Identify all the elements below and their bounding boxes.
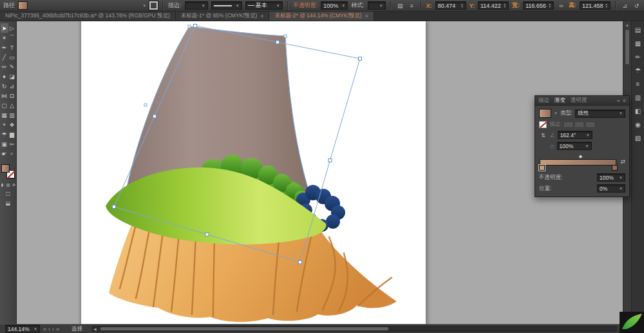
blob-brush-tool[interactable]: ● (1, 71, 8, 81)
artboard-tool[interactable]: ▣ (1, 139, 8, 149)
anchor-point[interactable] (188, 25, 191, 28)
stepper-icon[interactable]: ▲▼ (460, 3, 463, 8)
tab-transparency-panel[interactable]: 透明度 (571, 97, 587, 104)
draw-mode-icon[interactable]: ▢ (6, 191, 11, 196)
type-tool[interactable]: T (8, 43, 16, 52)
tab-close-icon[interactable]: × (365, 13, 368, 19)
appearance-panel-icon[interactable]: ◉ (633, 120, 643, 129)
gradient-angle-field[interactable]: 162.4°▼ (558, 131, 592, 139)
opacity-label[interactable]: 不透明度: (293, 1, 318, 10)
fill-dropdown-arrow-icon[interactable]: ▼ (142, 4, 146, 8)
gradient-stop-right[interactable] (612, 165, 618, 171)
scroll-left-icon[interactable]: ◀ (93, 327, 97, 331)
artboard[interactable] (81, 21, 426, 324)
gradient-stop-left[interactable] (539, 165, 545, 171)
tab-close-icon[interactable]: × (260, 13, 263, 19)
stroke-width-dropdown[interactable]: ▼ (185, 1, 208, 10)
gradient-panel-icon[interactable]: ▥ (633, 93, 643, 102)
selection-handle[interactable] (113, 205, 116, 209)
scroll-up-icon[interactable]: ▲ (623, 21, 631, 28)
selection-handle[interactable] (153, 115, 156, 118)
document-tab-1[interactable]: NiPic_377395_406bfcdd7b17c93b.ai* @ 143.… (0, 12, 176, 21)
panel-menu-icon[interactable]: ≡ (623, 98, 626, 104)
gradient-aspect-field[interactable]: 100%▼ (557, 142, 592, 150)
opacity-dropdown[interactable]: 100%▼ (321, 1, 348, 10)
stroke-color-swatch[interactable] (149, 1, 158, 10)
brush-definition-dropdown[interactable]: 基本▼ (245, 1, 283, 10)
selection-tool[interactable]: ➤ (1, 23, 8, 33)
stroke-gradient-across-icon[interactable] (586, 122, 594, 127)
tab-gradient-panel[interactable]: 渐变 (554, 97, 565, 104)
none-mode-icon[interactable]: ⊘ (12, 182, 16, 187)
toolbar-fill-swatch[interactable] (1, 164, 10, 173)
gradient-ramp[interactable] (540, 159, 616, 166)
selection-handle[interactable] (205, 233, 209, 236)
anchor-point[interactable] (284, 35, 287, 37)
gradient-type-dropdown[interactable]: 线性▼ (575, 109, 625, 118)
perspective-grid-tool[interactable]: △ (8, 100, 16, 110)
reverse-gradient-icon[interactable]: ⇅ (539, 131, 547, 139)
width-profile-dropdown[interactable]: ▼ (211, 1, 242, 10)
stop-location-dropdown[interactable]: 0%▼ (597, 184, 625, 193)
arrange-icon[interactable]: ≡ (408, 1, 416, 10)
fill-color-swatch[interactable] (18, 1, 28, 10)
zoom-tool[interactable]: ⌕ (8, 149, 16, 158)
selection-handle[interactable] (328, 159, 332, 162)
shear-icon[interactable]: ⊿ (621, 1, 629, 10)
magic-wand-tool[interactable]: ✶ (1, 33, 8, 43)
blend-tool[interactable]: ❖ (8, 120, 16, 129)
last-artboard-icon[interactable]: » (56, 326, 59, 332)
previous-artboard-icon[interactable]: ‹ (48, 326, 50, 332)
canvas-pasteboard[interactable] (17, 21, 623, 324)
mesh-tool[interactable]: ▦ (1, 110, 8, 120)
rotate-icon[interactable]: ↺ (632, 1, 641, 10)
eraser-tool[interactable]: ◪ (8, 71, 16, 81)
eyedropper-tool[interactable]: ⌖ (1, 120, 8, 129)
pencil-tool[interactable]: ✎ (8, 62, 16, 71)
symbol-sprayer-tool[interactable]: ☂ (1, 129, 8, 139)
slice-tool[interactable]: ✂ (8, 139, 16, 149)
first-artboard-icon[interactable]: « (43, 326, 46, 332)
selection-handle[interactable] (194, 24, 197, 28)
stepper-icon[interactable]: ▲▼ (605, 3, 608, 8)
stroke-panel-icon[interactable]: ≡ (633, 80, 643, 88)
document-tab-3-active[interactable]: 未标题-2* @ 144.14% (CMYK/预览) × (269, 12, 374, 21)
next-artboard-icon[interactable]: › (52, 326, 54, 332)
vertical-scroll-thumb[interactable] (625, 29, 630, 65)
tab-stroke-panel[interactable]: 描边 (538, 97, 549, 104)
anchor-point[interactable] (144, 104, 147, 106)
hand-tool[interactable]: ☛ (1, 149, 8, 158)
width-tool[interactable]: ⋈ (1, 91, 8, 100)
layers-panel-icon[interactable]: ▧ (633, 134, 643, 142)
stop-opacity-dropdown[interactable]: 100%▼ (597, 173, 625, 182)
gradient-fill-thumbnail[interactable] (539, 109, 551, 118)
free-transform-tool[interactable]: ⊡ (8, 91, 16, 100)
selection-handle[interactable] (359, 57, 362, 61)
column-graph-tool[interactable]: ▆ (8, 129, 16, 139)
gradient-preset-arrow-icon[interactable]: ▼ (554, 111, 558, 115)
stepper-icon[interactable]: ▲▼ (504, 3, 506, 8)
y-field[interactable]: 114.422 ▲▼ (478, 1, 509, 10)
color-mode-icon[interactable]: ▮ (0, 182, 5, 187)
horizontal-scroll-thumb[interactable] (100, 327, 388, 330)
symbols-panel-icon[interactable]: ☂ (633, 66, 643, 75)
stroke-gradient-within-icon[interactable] (564, 122, 573, 127)
swatches-panel-icon[interactable]: ▦ (633, 39, 643, 48)
stepper-icon[interactable]: ▲▼ (549, 3, 551, 8)
document-tab-2[interactable]: 未标题-1* @ 85% (CMYK/预览) × (176, 12, 270, 21)
stroke-gradient-along-icon[interactable] (575, 122, 583, 127)
selection-handle[interactable] (276, 41, 279, 44)
horizontal-scrollbar[interactable]: ◀ (92, 326, 617, 332)
color-panel-icon[interactable]: ▤ (633, 26, 643, 34)
gradient-annotator-icon[interactable]: ⇄ (620, 158, 625, 165)
shape-builder-tool[interactable]: ▢ (1, 100, 8, 110)
paintbrush-tool[interactable]: ✏ (1, 62, 8, 71)
zoom-level-dropdown[interactable]: 144.14%▼ (5, 325, 40, 333)
screen-mode-icon[interactable]: ⬓ (6, 200, 11, 206)
isolate-mode-icon[interactable]: ▤ (396, 1, 404, 10)
x-field[interactable]: 80.474 ▲▼ (435, 1, 466, 10)
brushes-panel-icon[interactable]: ✏ (633, 53, 643, 61)
line-segment-tool[interactable]: ╱ (1, 52, 8, 62)
lasso-tool[interactable]: ⌒ (8, 33, 16, 43)
collapse-panel-icon[interactable]: » (617, 98, 620, 104)
